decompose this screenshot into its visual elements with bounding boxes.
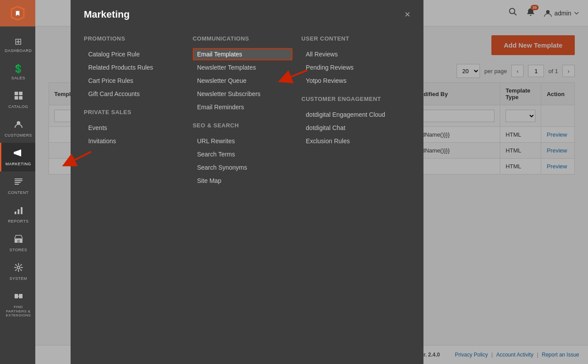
- svg-rect-10: [15, 212, 16, 214]
- sidebar-item-dashboard-label: DASHBOARD: [5, 48, 32, 53]
- private-sales-title: Private Sales: [84, 109, 184, 115]
- menu-link-yotpo-reviews[interactable]: Yotpo Reviews: [301, 74, 401, 87]
- menu-link-newsletter-templates[interactable]: Newsletter Templates: [193, 61, 293, 74]
- svg-rect-14: [17, 240, 20, 243]
- svg-rect-9: [15, 184, 19, 185]
- svg-point-5: [14, 152, 16, 154]
- svg-rect-2: [15, 96, 18, 100]
- svg-rect-11: [18, 209, 19, 214]
- menu-link-url-rewrites[interactable]: URL Rewrites: [193, 135, 293, 147]
- svg-rect-12: [21, 207, 22, 214]
- marketing-menu-columns: Promotions Catalog Price Rule Related Pr…: [84, 35, 410, 188]
- menu-link-events[interactable]: Events: [84, 122, 184, 134]
- svg-rect-16: [15, 294, 18, 298]
- sidebar-item-content[interactable]: CONTENT: [0, 171, 35, 200]
- marketing-menu-header: Marketing ×: [84, 9, 410, 25]
- promotions-section: Promotions Catalog Price Rule Related Pr…: [84, 35, 193, 188]
- customer-engagement-title: Customer Engagement: [301, 96, 401, 102]
- sidebar-logo: [0, 0, 35, 26]
- sidebar-item-sales-label: SALES: [11, 76, 26, 80]
- reports-icon: [14, 205, 23, 217]
- menu-link-invitations[interactable]: Invitations: [84, 135, 184, 147]
- menu-link-site-map[interactable]: Site Map: [193, 175, 293, 187]
- partners-icon: [14, 291, 23, 303]
- promotions-title: Promotions: [84, 35, 184, 42]
- sidebar-item-dashboard[interactable]: ⊞ DASHBOARD: [0, 31, 35, 58]
- sidebar-item-marketing[interactable]: MARKETING: [0, 143, 35, 171]
- svg-rect-8: [15, 182, 21, 183]
- sidebar-item-stores-label: STORES: [10, 248, 27, 252]
- sidebar-item-system-label: SYSTEM: [9, 276, 27, 281]
- sidebar-item-customers[interactable]: CUSTOMERS: [0, 114, 35, 143]
- menu-link-dotdigital-chat[interactable]: dotdigital Chat: [301, 122, 401, 134]
- menu-link-search-synonyms[interactable]: Search Synonyms: [193, 161, 293, 174]
- content-icon: [14, 177, 23, 189]
- dashboard-icon: ⊞: [15, 36, 22, 47]
- svg-rect-6: [15, 178, 22, 179]
- marketing-menu-title: Marketing: [84, 9, 130, 20]
- sidebar-item-reports[interactable]: REPORTS: [0, 200, 35, 229]
- system-icon: [14, 263, 23, 275]
- menu-link-cart-price-rules[interactable]: Cart Price Rules: [84, 74, 184, 87]
- menu-link-exclusion-rules[interactable]: Exclusion Rules: [301, 135, 401, 147]
- sidebar-item-sales[interactable]: 💲 SALES: [0, 58, 35, 85]
- svg-rect-1: [19, 92, 22, 95]
- svg-point-15: [17, 266, 20, 269]
- menu-link-search-terms[interactable]: Search Terms: [193, 148, 293, 160]
- sidebar-item-partners[interactable]: FIND PARTNERS & EXTENSIONS: [0, 286, 35, 323]
- sidebar-item-catalog-label: CATALOG: [8, 104, 28, 109]
- seo-search-title: SEO & Search: [193, 122, 293, 129]
- marketing-overlay: Marketing × Promotions Catalog Price Rul…: [35, 0, 588, 364]
- sidebar-item-stores[interactable]: STORES: [0, 229, 35, 257]
- sidebar-item-customers-label: CUSTOMERS: [5, 133, 32, 137]
- sidebar-item-catalog[interactable]: CATALOG: [0, 85, 35, 114]
- user-content-section: User Content All Reviews Pending Reviews…: [301, 35, 410, 188]
- customers-icon: [14, 119, 23, 131]
- svg-rect-7: [15, 180, 22, 181]
- svg-rect-17: [19, 294, 22, 298]
- sidebar-item-system[interactable]: SYSTEM: [0, 257, 35, 286]
- communications-title: Communications: [193, 35, 293, 42]
- user-content-title: User Content: [301, 35, 401, 42]
- sidebar-item-partners-label: FIND PARTNERS & EXTENSIONS: [4, 305, 33, 318]
- marketing-close-button[interactable]: ×: [404, 10, 410, 19]
- marketing-menu: Marketing × Promotions Catalog Price Rul…: [71, 0, 423, 364]
- menu-link-newsletter-queue[interactable]: Newsletter Queue: [193, 74, 293, 87]
- stores-icon: [14, 234, 23, 246]
- svg-rect-0: [15, 92, 18, 95]
- menu-link-pending-reviews[interactable]: Pending Reviews: [301, 61, 401, 74]
- menu-link-gift-card-accounts[interactable]: Gift Card Accounts: [84, 88, 184, 100]
- sidebar-item-content-label: CONTENT: [8, 190, 29, 195]
- sidebar: ⊞ DASHBOARD 💲 SALES CATALOG CUSTOMERS MA…: [0, 0, 35, 364]
- catalog-icon: [14, 91, 23, 103]
- svg-rect-3: [19, 96, 22, 100]
- main-content: 39 admin Add New Template 20 30 50 per p…: [35, 0, 588, 364]
- sidebar-item-marketing-label: MARKETING: [5, 162, 31, 166]
- marketing-icon: [14, 148, 23, 160]
- communications-section: Communications Email Templates Newslette…: [193, 35, 302, 188]
- sidebar-item-reports-label: REPORTS: [8, 219, 29, 223]
- menu-link-email-templates[interactable]: Email Templates: [193, 48, 293, 60]
- menu-link-related-products-rules[interactable]: Related Products Rules: [84, 61, 184, 74]
- menu-link-catalog-price-rule[interactable]: Catalog Price Rule: [84, 48, 184, 60]
- menu-link-newsletter-subscribers[interactable]: Newsletter Subscribers: [193, 88, 293, 100]
- menu-link-email-reminders[interactable]: Email Reminders: [193, 101, 293, 113]
- menu-link-all-reviews[interactable]: All Reviews: [301, 48, 401, 60]
- menu-link-dotdigital-engagement[interactable]: dotdigital Engagement Cloud: [301, 108, 401, 121]
- sales-icon: 💲: [13, 63, 24, 74]
- magento-logo-icon: [10, 5, 26, 21]
